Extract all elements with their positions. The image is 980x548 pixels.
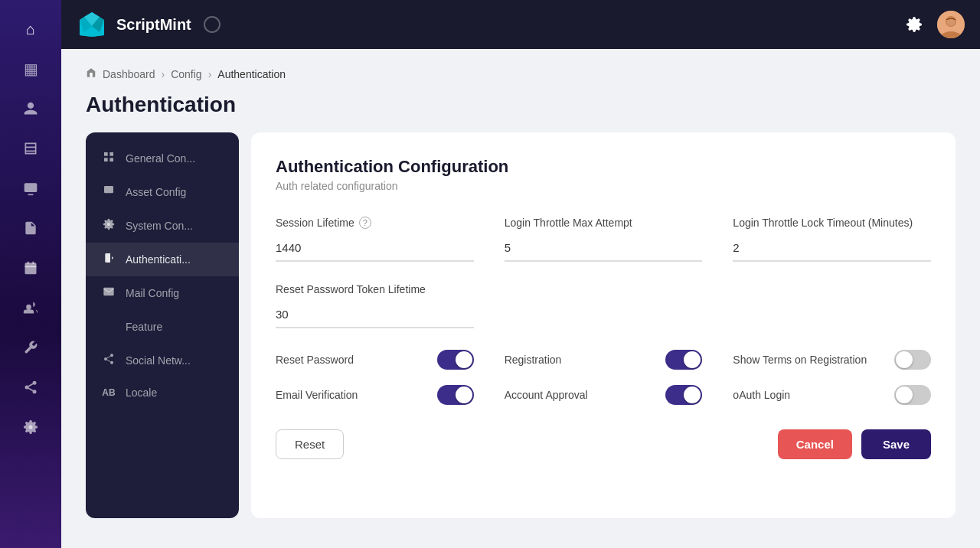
breadcrumb: Dashboard › Config › Authentication [86, 67, 956, 80]
page-title: Authentication [86, 93, 956, 117]
sidebar-item-locale[interactable]: AB Locale [86, 377, 239, 408]
svg-point-6 [33, 381, 37, 385]
toggle-show-terms-switch[interactable] [894, 350, 931, 370]
form-row-2: Reset Password Token Lifetime [276, 283, 931, 328]
toggle-account-approval-label: Account Approval [505, 389, 588, 401]
toggle-oauth-login-knob [896, 387, 913, 403]
toggle-row-1: Reset Password Registration Show Terms o… [276, 350, 931, 370]
sidebar-item-mail[interactable]: Mail Config [86, 276, 239, 310]
breadcrumb-sep-2: › [208, 68, 212, 80]
config-panel-subtitle: Auth related configuration [276, 180, 931, 192]
layout-row: General Con... Asset Config System Con..… [86, 132, 956, 518]
svg-point-31 [110, 354, 113, 357]
nav-home[interactable]: ⌂ [14, 12, 47, 46]
session-lifetime-help-icon[interactable]: ? [359, 217, 371, 229]
nav-monitor[interactable] [14, 171, 47, 205]
save-button[interactable]: Save [861, 429, 931, 459]
svg-rect-0 [24, 183, 38, 192]
logo-area: ScriptMint [77, 9, 220, 40]
sidebar-item-general[interactable]: General Con... [86, 142, 239, 175]
system-icon [101, 218, 116, 233]
logo-icon [77, 9, 107, 40]
svg-rect-23 [109, 152, 113, 156]
sidebar-item-asset[interactable]: Asset Config [86, 175, 239, 209]
login-throttle-lock-field: Login Throttle Lock Timeout (Minutes) [733, 217, 931, 262]
reset-password-lifetime-label: Reset Password Token Lifetime [276, 283, 474, 295]
svg-line-34 [107, 360, 111, 362]
user-avatar[interactable] [937, 11, 965, 38]
toggle-email-verification: Email Verification [276, 385, 474, 405]
sidebar-item-system-label: System Con... [126, 220, 193, 232]
svg-rect-25 [109, 158, 113, 161]
reset-password-lifetime-input[interactable] [276, 302, 474, 328]
nav-users[interactable] [14, 291, 47, 325]
reset-password-lifetime-field: Reset Password Token Lifetime [276, 283, 474, 328]
login-throttle-max-input[interactable] [505, 235, 703, 262]
config-panel: Authentication Configuration Auth relate… [251, 132, 956, 518]
nav-user[interactable] [14, 92, 47, 126]
toggle-show-terms-knob [896, 351, 913, 368]
toggle-account-approval-switch[interactable] [665, 385, 702, 405]
main-area: ScriptMint Das [61, 0, 980, 548]
topbar-icons [900, 11, 965, 38]
nav-tools[interactable] [14, 331, 47, 364]
sidebar-item-social[interactable]: Social Netw... [86, 344, 239, 377]
reset-button[interactable]: Reset [276, 429, 344, 459]
sidebar-item-auth-label: Authenticati... [126, 253, 191, 266]
toggle-registration-switch[interactable] [665, 350, 702, 370]
toggle-reset-password-knob [456, 351, 472, 368]
sidebar-item-feature[interactable]: Feature [86, 310, 239, 344]
svg-rect-24 [104, 158, 108, 161]
toggle-email-verification-switch[interactable] [437, 385, 474, 405]
nav-calendar[interactable] [14, 251, 47, 285]
sub-sidebar: General Con... Asset Config System Con..… [86, 132, 239, 518]
toggle-reset-password-label: Reset Password [276, 354, 354, 366]
mail-icon [101, 285, 116, 301]
content-area: Dashboard › Config › Authentication Auth… [61, 49, 980, 548]
icon-sidebar: ⌂ ▦ [0, 0, 61, 548]
login-throttle-lock-label: Login Throttle Lock Timeout (Minutes) [733, 217, 931, 229]
svg-point-33 [110, 361, 113, 364]
toggle-registration-knob [684, 351, 701, 368]
login-throttle-max-label: Login Throttle Max Attempt [505, 217, 703, 229]
asset-icon [101, 184, 116, 200]
action-row: Reset Cancel Save [276, 429, 931, 459]
feature-icon [101, 319, 116, 334]
session-lifetime-field: Session Lifetime ? [276, 217, 474, 262]
svg-rect-22 [104, 152, 108, 156]
session-lifetime-label: Session Lifetime ? [276, 217, 474, 229]
nav-document[interactable] [14, 211, 47, 245]
login-throttle-lock-input[interactable] [733, 235, 931, 262]
locale-icon: AB [101, 387, 116, 398]
nav-share[interactable] [14, 370, 47, 404]
toggle-email-verification-label: Email Verification [276, 389, 358, 401]
cancel-button[interactable]: Cancel [778, 429, 852, 459]
breadcrumb-config[interactable]: Config [171, 68, 201, 80]
toggle-oauth-login-label: oAuth Login [733, 389, 790, 401]
config-panel-title: Authentication Configuration [276, 157, 931, 177]
svg-rect-26 [104, 186, 113, 193]
form-row-1: Session Lifetime ? Login Throttle Max At… [276, 217, 931, 262]
sidebar-item-mail-label: Mail Config [126, 287, 179, 299]
nav-table[interactable] [14, 132, 47, 165]
btn-group: Cancel Save [778, 429, 931, 459]
sidebar-item-locale-label: Locale [126, 387, 157, 399]
nav-settings[interactable] [14, 410, 47, 444]
logo-text: ScriptMint [116, 16, 191, 34]
toggle-reset-password-switch[interactable] [437, 350, 474, 370]
settings-icon[interactable] [900, 11, 928, 38]
login-throttle-max-field: Login Throttle Max Attempt [505, 217, 703, 262]
toggle-registration-label: Registration [505, 354, 562, 366]
session-lifetime-input[interactable] [276, 235, 474, 262]
breadcrumb-dashboard[interactable]: Dashboard [103, 68, 155, 80]
svg-point-7 [25, 386, 29, 390]
toggle-oauth-login-switch[interactable] [894, 385, 931, 405]
sidebar-item-asset-label: Asset Config [126, 186, 186, 198]
toggle-show-terms-label: Show Terms on Registration [733, 354, 867, 366]
topbar: ScriptMint [61, 0, 980, 49]
auth-icon [101, 252, 116, 267]
sidebar-item-system[interactable]: System Con... [86, 209, 239, 243]
nav-grid[interactable]: ▦ [14, 52, 47, 86]
sidebar-item-auth[interactable]: Authenticati... [86, 243, 239, 276]
svg-line-9 [28, 388, 33, 390]
